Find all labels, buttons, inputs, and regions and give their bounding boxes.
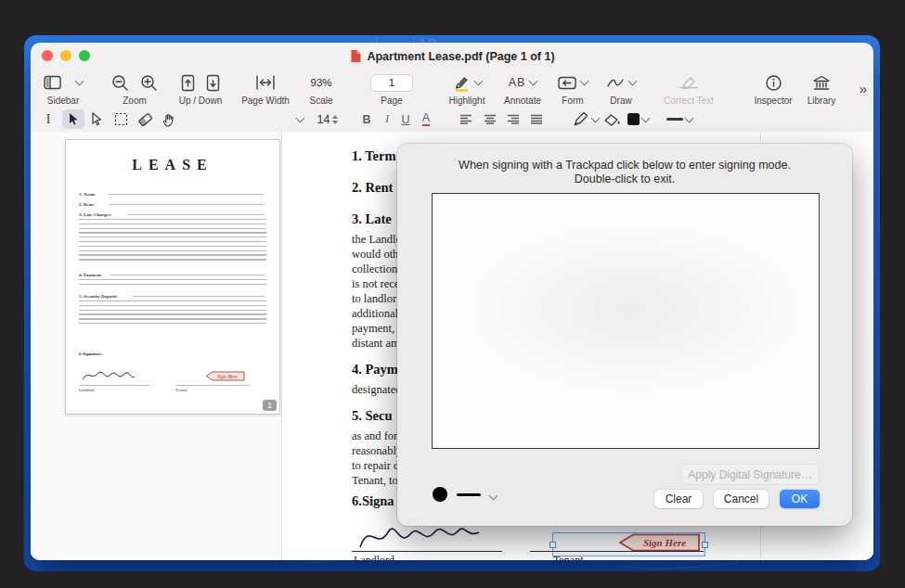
fill-bucket-button[interactable] xyxy=(601,108,621,131)
thumb-landlord-label: Landlord xyxy=(79,388,95,392)
align-right-button[interactable] xyxy=(503,108,524,131)
stroke-width-preview[interactable] xyxy=(457,493,481,496)
thumb-page-badge: 1 xyxy=(263,400,277,411)
align-left-button[interactable] xyxy=(456,108,476,131)
doc-line: additional xyxy=(352,306,402,321)
chevron-down-icon xyxy=(295,114,304,123)
library-button[interactable]: Library xyxy=(794,70,849,106)
sidebar-toggle[interactable]: Sidebar xyxy=(36,70,90,106)
align-center-icon xyxy=(484,114,497,124)
zoom-group: Zoom xyxy=(103,70,166,106)
chevron-down-icon xyxy=(529,77,538,86)
tenant-signature-line xyxy=(530,551,704,552)
form-tool[interactable]: Form xyxy=(550,70,595,106)
scale-label: Scale xyxy=(309,96,332,106)
cursor-tool-button[interactable] xyxy=(86,108,107,131)
annotate-label: Annotate xyxy=(504,96,541,106)
bold-button[interactable]: B xyxy=(357,108,376,131)
doc-line: would oth xyxy=(352,247,402,262)
chevron-down-icon xyxy=(628,77,638,86)
text-tool-button[interactable]: I xyxy=(38,108,58,131)
thumb-text-line xyxy=(127,214,265,215)
align-justify-button[interactable] xyxy=(526,108,547,131)
sign-here-ribbon[interactable]: Sign Here xyxy=(618,533,702,553)
clear-button[interactable]: Clear xyxy=(654,490,703,508)
align-center-button[interactable] xyxy=(480,108,500,131)
cancel-button[interactable]: Cancel xyxy=(714,490,769,508)
zoom-out-icon[interactable] xyxy=(111,74,129,92)
page-up-icon[interactable] xyxy=(181,74,195,92)
underline-button[interactable]: U xyxy=(396,108,415,131)
selection-handle[interactable] xyxy=(702,542,708,548)
fill-color-swatch[interactable] xyxy=(625,108,651,131)
thumb-item: 3. Late Charges: xyxy=(79,212,111,217)
page-number-input[interactable]: 1 xyxy=(370,74,413,92)
sign-here-text: Sign Here xyxy=(643,537,686,548)
apply-digital-signature-button[interactable]: Apply Digital Signature… xyxy=(681,465,819,484)
doc-line: to repair d xyxy=(352,458,402,473)
chevron-down-icon xyxy=(640,113,650,122)
updown-label: Up / Down xyxy=(179,96,223,106)
thumb-paragraph xyxy=(79,219,266,263)
font-size-stepper[interactable]: 14 xyxy=(311,108,344,131)
chevron-down-icon[interactable] xyxy=(489,492,498,501)
thumb-signature-scribble xyxy=(81,367,138,383)
underline-glyph: U xyxy=(401,113,409,126)
page-number-control: 1 Page xyxy=(361,70,422,106)
text-style-dropdown[interactable] xyxy=(293,108,306,131)
form-label: Form xyxy=(562,96,583,106)
landlord-label: Landlord xyxy=(354,554,394,560)
paint-bucket-icon xyxy=(602,112,620,127)
toolbar-overflow-button[interactable]: » xyxy=(851,70,873,106)
scale-control[interactable]: 93% Scale xyxy=(300,70,343,106)
doc-heading-signature: 6.Signa xyxy=(352,493,394,509)
selection-handle[interactable] xyxy=(549,542,556,548)
align-left-icon xyxy=(459,114,472,124)
ok-button[interactable]: OK xyxy=(780,490,820,508)
pointer-tool-button[interactable] xyxy=(62,109,84,129)
pointer-arrow-icon xyxy=(68,112,79,126)
correct-text-tool[interactable]: Correct Text xyxy=(651,70,727,106)
eraser-icon xyxy=(137,112,153,126)
sidebar-icon-wrap xyxy=(44,72,83,93)
draw-icon xyxy=(606,76,625,89)
page-down-icon[interactable] xyxy=(206,74,220,92)
thumb-text-line xyxy=(109,194,265,195)
draw-tool[interactable]: Draw xyxy=(599,70,643,106)
close-button[interactable] xyxy=(42,50,53,61)
sidebar-label: Sidebar xyxy=(47,96,79,106)
hand-tool-button[interactable] xyxy=(159,108,179,131)
thumb-item: 6.Signature: xyxy=(79,352,103,356)
fullscreen-button[interactable] xyxy=(79,50,90,61)
eraser-tool-button[interactable] xyxy=(135,108,155,131)
stroke-style-dropdown[interactable] xyxy=(664,108,695,131)
page-thumbnail[interactable]: LEASE 1. Term: 2. Rent: 3. Late Charges:… xyxy=(65,139,280,415)
ink-pen-button[interactable] xyxy=(573,108,599,131)
highlight-tool[interactable]: Highlight xyxy=(439,70,495,106)
thumbnail-sidebar: LEASE 1. Term: 2. Rent: 3. Late Charges:… xyxy=(31,132,282,560)
thumb-item: 1. Term: xyxy=(79,192,96,197)
ink-color-well[interactable] xyxy=(433,487,447,502)
cursor-outline-icon xyxy=(91,112,102,126)
pen-icon xyxy=(573,111,589,127)
landlord-signature-line xyxy=(352,551,502,552)
main-toolbar: Sidebar Zoom xyxy=(31,69,873,108)
thumb-tenant-label: Tenant xyxy=(175,388,187,392)
doc-line: designated xyxy=(352,382,401,397)
signature-capture-area[interactable] xyxy=(432,193,820,449)
marquee-icon xyxy=(114,112,128,126)
zoom-in-icon[interactable] xyxy=(140,74,158,92)
thumb-signature-line xyxy=(79,385,149,386)
page-width-button[interactable]: Page Width xyxy=(237,70,294,106)
text-color-button[interactable]: A xyxy=(417,108,435,131)
doc-line: distant am xyxy=(352,336,402,351)
title-bar: Apartment Lease.pdf (Page 1 of 1) xyxy=(31,43,873,69)
minimize-button[interactable] xyxy=(60,50,71,61)
pdf-document-icon xyxy=(349,49,361,63)
annotate-tool[interactable]: AB Annotate xyxy=(497,70,549,106)
select-marquee-button[interactable] xyxy=(110,108,131,131)
window-title: Apartment Lease.pdf (Page 1 of 1) xyxy=(367,50,554,63)
thumb-sign-here-tag: Sign Here xyxy=(205,371,246,382)
italic-button[interactable]: I xyxy=(378,108,396,131)
page-label: Page xyxy=(381,96,402,106)
